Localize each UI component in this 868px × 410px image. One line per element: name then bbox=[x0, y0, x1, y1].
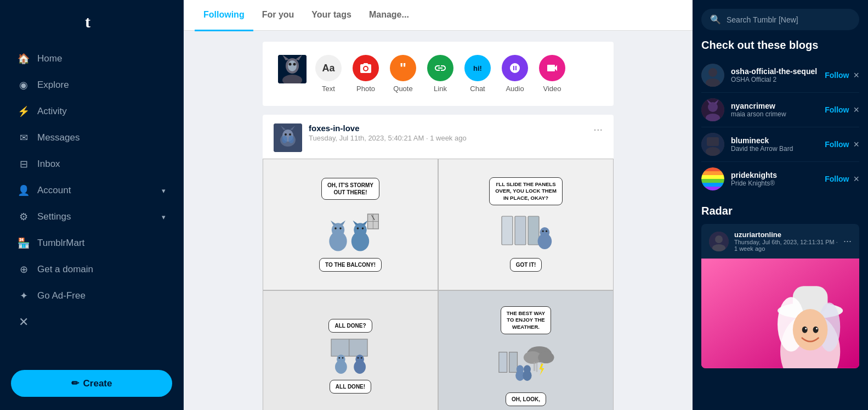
dismiss-button-osha[interactable]: × bbox=[853, 70, 859, 80]
blog-name-prideknights: prideknights bbox=[731, 171, 818, 179]
comic-panel-1: OH, IT'S STORMYOUT THERE! bbox=[263, 159, 438, 290]
blog-name-nyancrimew: nyancrimew bbox=[731, 102, 818, 110]
svg-rect-36 bbox=[528, 216, 539, 245]
blog-name-osha: osha-official-the-sequel bbox=[731, 67, 818, 76]
svg-point-96 bbox=[805, 328, 807, 329]
svg-point-65 bbox=[708, 68, 717, 77]
speech-bubble-2: TO THE BALCONY! bbox=[319, 258, 382, 272]
blog-subtitle-blumineck: David the Arrow Bard bbox=[731, 145, 818, 153]
blog-actions-osha: Follow × bbox=[825, 70, 859, 80]
compose-tool-photo[interactable]: Photo bbox=[353, 55, 379, 93]
compose-avatar bbox=[278, 55, 307, 83]
post-image: OH, IT'S STORMYOUT THERE! bbox=[263, 159, 614, 410]
compose-tool-chat[interactable]: hi! Chat bbox=[464, 55, 491, 93]
blog-suggestion-nyancrimew: nyancrimew maia arson crimew Follow × bbox=[701, 93, 859, 127]
blog-subtitle-osha: OSHA Official 2 bbox=[731, 76, 818, 83]
post-meta: foxes-in-love Tuesday, Jul 11th, 2023, 5… bbox=[309, 123, 587, 142]
sidebar-item-messages[interactable]: ✉ Messages bbox=[9, 125, 174, 150]
compose-box: Aa Text Photo " Quote Link bbox=[263, 42, 614, 106]
logo[interactable]: t bbox=[0, 0, 183, 42]
search-bar[interactable]: 🔍 bbox=[701, 9, 859, 30]
svg-point-19 bbox=[332, 223, 344, 237]
sidebar-item-label: TumblrMart bbox=[37, 238, 84, 249]
sidebar-item-go-ad-free[interactable]: ✦ Go Ad-Free bbox=[9, 283, 174, 308]
follow-button-nyancrimew[interactable]: Follow bbox=[825, 105, 849, 114]
home-icon: 🏠 bbox=[18, 53, 30, 65]
sidebar-item-tumblrmart[interactable]: 🏪 TumblrMart bbox=[9, 231, 174, 256]
tab-for-you[interactable]: For you bbox=[253, 0, 303, 31]
dismiss-button-nyancrimew[interactable]: × bbox=[853, 105, 859, 115]
blog-suggestion-prideknights: prideknights Pride Knights® Follow × bbox=[701, 162, 859, 196]
quote-icon: " bbox=[390, 55, 416, 81]
dismiss-button-prideknights[interactable]: × bbox=[853, 174, 859, 184]
tabs-bar: Following For you Your tags Manage... bbox=[184, 0, 693, 31]
sidebar-item-label: Settings bbox=[37, 211, 71, 222]
svg-point-26 bbox=[357, 227, 359, 229]
svg-rect-34 bbox=[502, 216, 513, 245]
follow-button-blumineck[interactable]: Follow bbox=[825, 140, 849, 149]
tab-manage[interactable]: Manage... bbox=[360, 0, 418, 31]
blog-actions-prideknights: Follow × bbox=[825, 174, 859, 184]
video-icon bbox=[539, 55, 565, 81]
radar-card: uzuriartonline Thursday, Jul 6th, 2023, … bbox=[701, 224, 859, 368]
svg-point-94 bbox=[802, 327, 808, 333]
blog-info-prideknights: prideknights Pride Knights® bbox=[731, 171, 818, 187]
blog-suggestion-blumineck: blumineck David the Arrow Bard Follow × bbox=[701, 127, 859, 162]
post-more-button[interactable]: ··· bbox=[593, 123, 603, 134]
svg-rect-35 bbox=[515, 216, 526, 245]
svg-rect-73 bbox=[707, 137, 719, 146]
sidebar-item-home[interactable]: 🏠 Home bbox=[9, 46, 174, 71]
link-label: Link bbox=[434, 85, 447, 93]
svg-rect-58 bbox=[499, 352, 507, 373]
sidebar-item-label: Go Ad-Free bbox=[37, 290, 86, 301]
sidebar-item-get-domain[interactable]: ⊕ Get a domain bbox=[9, 257, 174, 282]
photo-label: Photo bbox=[356, 85, 375, 93]
chat-label: Chat bbox=[470, 85, 485, 93]
sidebar-item-more[interactable]: ✕ bbox=[9, 310, 174, 335]
follow-button-prideknights[interactable]: Follow bbox=[825, 175, 849, 183]
svg-point-95 bbox=[813, 327, 819, 333]
sidebar-item-inbox[interactable]: ⊟ Inbox bbox=[9, 151, 174, 177]
svg-point-84 bbox=[715, 235, 723, 243]
sidebar-item-settings[interactable]: ⚙ Settings ▾ bbox=[9, 204, 174, 229]
blog-info-nyancrimew: nyancrimew maia arson crimew bbox=[731, 102, 818, 118]
svg-point-53 bbox=[538, 352, 554, 363]
sidebar-item-activity[interactable]: ⚡ Activity bbox=[9, 99, 174, 124]
messages-icon: ✉ bbox=[18, 132, 30, 144]
explore-icon: ◉ bbox=[18, 79, 30, 91]
compose-tool-audio[interactable]: Audio bbox=[502, 55, 528, 93]
inbox-icon: ⊟ bbox=[18, 158, 30, 170]
compose-tool-video[interactable]: Video bbox=[539, 55, 565, 93]
tab-your-tags[interactable]: Your tags bbox=[303, 0, 360, 31]
sidebar-item-explore[interactable]: ◉ Explore bbox=[9, 72, 174, 98]
follow-button-osha[interactable]: Follow bbox=[825, 71, 849, 80]
radar-header: uzuriartonline Thursday, Jul 6th, 2023, … bbox=[701, 224, 859, 259]
svg-rect-80 bbox=[701, 179, 724, 183]
radar-section: Radar uzuriartonline Thursday, Jul 6th, … bbox=[701, 205, 859, 368]
comic-panel-2: I'LL SLIDE THE PANELSOVER, YOU LOCK THEM… bbox=[438, 159, 614, 290]
dismiss-button-blumineck[interactable]: × bbox=[853, 139, 859, 149]
blog-name-blumineck: blumineck bbox=[731, 136, 818, 145]
tab-following[interactable]: Following bbox=[195, 0, 253, 31]
domain-icon: ⊕ bbox=[18, 263, 30, 276]
svg-point-16 bbox=[282, 136, 287, 143]
create-button[interactable]: ✏ Create bbox=[11, 370, 172, 397]
text-label: Text bbox=[322, 85, 335, 93]
compose-tool-text[interactable]: Aa Text bbox=[315, 55, 342, 93]
svg-rect-56 bbox=[536, 362, 537, 372]
compose-tool-quote[interactable]: " Quote bbox=[390, 55, 416, 93]
radar-meta: uzuriartonline Thursday, Jul 6th, 2023, … bbox=[734, 231, 838, 252]
compose-tool-link[interactable]: Link bbox=[427, 55, 453, 93]
svg-point-93 bbox=[793, 309, 828, 350]
radar-more-button[interactable]: ··· bbox=[843, 235, 852, 247]
sidebar-item-account[interactable]: 👤 Account ▾ bbox=[9, 178, 174, 203]
sidebar-item-label: Get a domain bbox=[37, 264, 93, 275]
speech-bubble-4: GOT IT! bbox=[510, 258, 542, 272]
blog-suggestion-osha: osha-official-the-sequel OSHA Official 2… bbox=[701, 58, 859, 93]
speech-bubble-1: OH, IT'S STORMYOUT THERE! bbox=[321, 178, 379, 200]
speech-bubble-7: THE BEST WAYTO ENJOY THEWEATHER. bbox=[501, 306, 551, 334]
account-icon: 👤 bbox=[18, 184, 30, 196]
search-input[interactable] bbox=[727, 15, 850, 24]
tumblrmart-icon: 🏪 bbox=[18, 237, 30, 249]
post-avatar bbox=[274, 123, 302, 152]
